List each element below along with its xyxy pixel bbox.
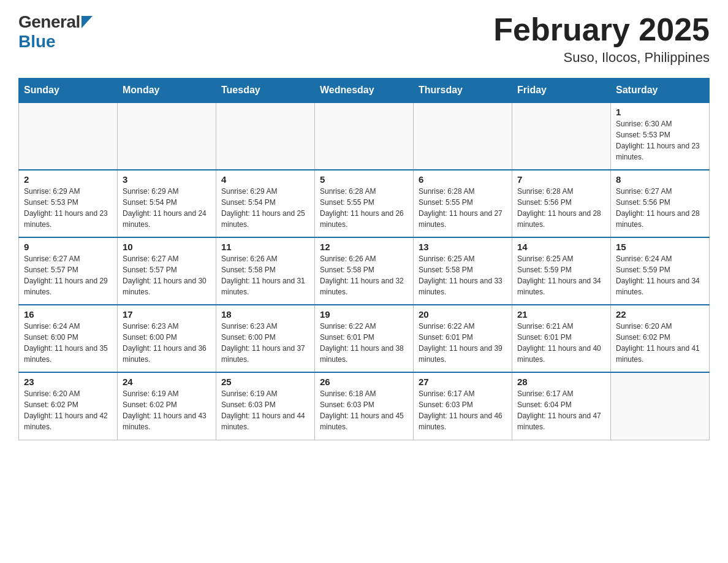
calendar-day-header: Sunday: [19, 79, 118, 103]
calendar-cell: 25Sunrise: 6:19 AMSunset: 6:03 PMDayligh…: [216, 372, 315, 440]
day-number: 22: [616, 309, 704, 320]
day-info: Sunrise: 6:22 AMSunset: 6:01 PMDaylight:…: [320, 321, 408, 365]
calendar-cell: 26Sunrise: 6:18 AMSunset: 6:03 PMDayligh…: [315, 372, 414, 440]
calendar-week-row: 23Sunrise: 6:20 AMSunset: 6:02 PMDayligh…: [19, 372, 710, 440]
location-title: Suso, Ilocos, Philippines: [493, 50, 710, 66]
calendar-cell: 2Sunrise: 6:29 AMSunset: 5:53 PMDaylight…: [19, 170, 118, 237]
day-info: Sunrise: 6:28 AMSunset: 5:55 PMDaylight:…: [320, 186, 408, 230]
day-info: Sunrise: 6:20 AMSunset: 6:02 PMDaylight:…: [24, 388, 112, 432]
day-info: Sunrise: 6:25 AMSunset: 5:58 PMDaylight:…: [419, 253, 507, 297]
day-number: 28: [517, 377, 605, 387]
day-info: Sunrise: 6:17 AMSunset: 6:04 PMDaylight:…: [517, 388, 605, 432]
page-header: General Blue February 2025 Suso, Ilocos,…: [18, 12, 710, 66]
day-number: 26: [320, 377, 408, 387]
day-number: 6: [419, 174, 507, 185]
calendar-week-row: 2Sunrise: 6:29 AMSunset: 5:53 PMDaylight…: [19, 170, 710, 237]
day-info: Sunrise: 6:25 AMSunset: 5:59 PMDaylight:…: [517, 253, 605, 297]
calendar-week-row: 9Sunrise: 6:27 AMSunset: 5:57 PMDaylight…: [19, 237, 710, 305]
calendar-cell: 11Sunrise: 6:26 AMSunset: 5:58 PMDayligh…: [216, 237, 315, 305]
calendar-cell: 14Sunrise: 6:25 AMSunset: 5:59 PMDayligh…: [512, 237, 611, 305]
logo-general-text: General: [18, 12, 80, 32]
day-number: 1: [616, 107, 704, 117]
day-number: 17: [123, 309, 211, 320]
day-info: Sunrise: 6:26 AMSunset: 5:58 PMDaylight:…: [320, 253, 408, 297]
day-number: 10: [123, 242, 211, 252]
calendar-cell: 1Sunrise: 6:30 AMSunset: 5:53 PMDaylight…: [611, 102, 710, 170]
day-info: Sunrise: 6:23 AMSunset: 6:00 PMDaylight:…: [123, 321, 211, 365]
day-number: 21: [517, 309, 605, 320]
day-info: Sunrise: 6:29 AMSunset: 5:54 PMDaylight:…: [221, 186, 309, 230]
calendar-cell: [512, 102, 611, 170]
day-info: Sunrise: 6:19 AMSunset: 6:02 PMDaylight:…: [123, 388, 211, 432]
calendar-cell: 4Sunrise: 6:29 AMSunset: 5:54 PMDaylight…: [216, 170, 315, 237]
calendar-cell: 22Sunrise: 6:20 AMSunset: 6:02 PMDayligh…: [611, 305, 710, 372]
calendar-cell: 27Sunrise: 6:17 AMSunset: 6:03 PMDayligh…: [414, 372, 512, 440]
day-info: Sunrise: 6:19 AMSunset: 6:03 PMDaylight:…: [221, 388, 309, 432]
day-number: 15: [616, 242, 704, 252]
calendar-cell: [19, 102, 118, 170]
day-info: Sunrise: 6:21 AMSunset: 6:01 PMDaylight:…: [517, 321, 605, 365]
calendar-cell: 9Sunrise: 6:27 AMSunset: 5:57 PMDaylight…: [19, 237, 118, 305]
calendar-cell: 7Sunrise: 6:28 AMSunset: 5:56 PMDaylight…: [512, 170, 611, 237]
day-number: 25: [221, 377, 309, 387]
day-info: Sunrise: 6:27 AMSunset: 5:57 PMDaylight:…: [24, 253, 112, 297]
day-info: Sunrise: 6:28 AMSunset: 5:55 PMDaylight:…: [419, 186, 507, 230]
day-number: 7: [517, 174, 605, 185]
day-info: Sunrise: 6:27 AMSunset: 5:56 PMDaylight:…: [616, 186, 704, 230]
day-info: Sunrise: 6:29 AMSunset: 5:53 PMDaylight:…: [24, 186, 112, 230]
logo-triangle-icon: [82, 16, 93, 31]
calendar-day-header: Friday: [512, 79, 611, 103]
title-section: February 2025 Suso, Ilocos, Philippines: [493, 12, 710, 66]
day-number: 5: [320, 174, 408, 185]
day-info: Sunrise: 6:29 AMSunset: 5:54 PMDaylight:…: [123, 186, 211, 230]
calendar-cell: 5Sunrise: 6:28 AMSunset: 5:55 PMDaylight…: [315, 170, 414, 237]
calendar-cell: 19Sunrise: 6:22 AMSunset: 6:01 PMDayligh…: [315, 305, 414, 372]
day-info: Sunrise: 6:28 AMSunset: 5:56 PMDaylight:…: [517, 186, 605, 230]
calendar-day-header: Wednesday: [315, 79, 414, 103]
calendar-cell: 12Sunrise: 6:26 AMSunset: 5:58 PMDayligh…: [315, 237, 414, 305]
day-number: 9: [24, 242, 112, 252]
calendar-day-header: Monday: [118, 79, 216, 103]
day-number: 19: [320, 309, 408, 320]
day-info: Sunrise: 6:17 AMSunset: 6:03 PMDaylight:…: [419, 388, 507, 432]
calendar-cell: 16Sunrise: 6:24 AMSunset: 6:00 PMDayligh…: [19, 305, 118, 372]
day-info: Sunrise: 6:24 AMSunset: 6:00 PMDaylight:…: [24, 321, 112, 365]
calendar-day-header: Thursday: [414, 79, 512, 103]
calendar-week-row: 1Sunrise: 6:30 AMSunset: 5:53 PMDaylight…: [19, 102, 710, 170]
calendar-header-row: SundayMondayTuesdayWednesdayThursdayFrid…: [19, 79, 710, 103]
calendar-cell: 13Sunrise: 6:25 AMSunset: 5:58 PMDayligh…: [414, 237, 512, 305]
calendar-cell: 24Sunrise: 6:19 AMSunset: 6:02 PMDayligh…: [118, 372, 216, 440]
calendar-cell: 21Sunrise: 6:21 AMSunset: 6:01 PMDayligh…: [512, 305, 611, 372]
calendar-cell: 8Sunrise: 6:27 AMSunset: 5:56 PMDaylight…: [611, 170, 710, 237]
calendar-cell: 20Sunrise: 6:22 AMSunset: 6:01 PMDayligh…: [414, 305, 512, 372]
calendar-cell: 10Sunrise: 6:27 AMSunset: 5:57 PMDayligh…: [118, 237, 216, 305]
calendar-cell: 6Sunrise: 6:28 AMSunset: 5:55 PMDaylight…: [414, 170, 512, 237]
calendar-cell: 17Sunrise: 6:23 AMSunset: 6:00 PMDayligh…: [118, 305, 216, 372]
day-number: 3: [123, 174, 211, 185]
calendar-cell: 28Sunrise: 6:17 AMSunset: 6:04 PMDayligh…: [512, 372, 611, 440]
day-number: 8: [616, 174, 704, 185]
calendar-cell: [315, 102, 414, 170]
calendar-cell: [216, 102, 315, 170]
day-number: 20: [419, 309, 507, 320]
day-info: Sunrise: 6:20 AMSunset: 6:02 PMDaylight:…: [616, 321, 704, 365]
calendar-table: SundayMondayTuesdayWednesdayThursdayFrid…: [18, 78, 710, 440]
calendar-cell: [118, 102, 216, 170]
svg-marker-0: [82, 16, 93, 28]
day-info: Sunrise: 6:23 AMSunset: 6:00 PMDaylight:…: [221, 321, 309, 365]
calendar-cell: [414, 102, 512, 170]
day-info: Sunrise: 6:26 AMSunset: 5:58 PMDaylight:…: [221, 253, 309, 297]
day-info: Sunrise: 6:27 AMSunset: 5:57 PMDaylight:…: [123, 253, 211, 297]
calendar-day-header: Tuesday: [216, 79, 315, 103]
day-number: 4: [221, 174, 309, 185]
calendar-cell: [611, 372, 710, 440]
calendar-cell: 23Sunrise: 6:20 AMSunset: 6:02 PMDayligh…: [19, 372, 118, 440]
day-number: 18: [221, 309, 309, 320]
day-number: 27: [419, 377, 507, 387]
day-number: 13: [419, 242, 507, 252]
day-number: 14: [517, 242, 605, 252]
day-number: 23: [24, 377, 112, 387]
day-number: 12: [320, 242, 408, 252]
day-info: Sunrise: 6:22 AMSunset: 6:01 PMDaylight:…: [419, 321, 507, 365]
day-number: 24: [123, 377, 211, 387]
